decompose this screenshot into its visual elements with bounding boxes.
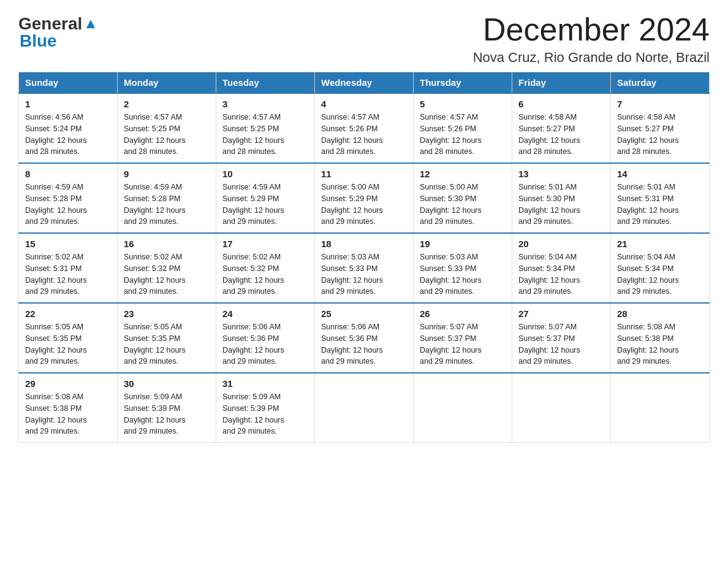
day-cell-31: 31Sunrise: 5:09 AMSunset: 5:39 PMDayligh… (216, 373, 315, 443)
day-info: Sunrise: 4:58 AMSunset: 5:27 PMDaylight:… (617, 112, 703, 158)
day-info: Sunrise: 4:59 AMSunset: 5:29 PMDaylight:… (222, 182, 308, 228)
day-cell-11: 11Sunrise: 5:00 AMSunset: 5:29 PMDayligh… (315, 163, 414, 233)
day-info: Sunrise: 5:06 AMSunset: 5:36 PMDaylight:… (321, 321, 407, 367)
day-number: 5 (420, 99, 506, 109)
day-info: Sunrise: 5:01 AMSunset: 5:31 PMDaylight:… (617, 182, 703, 228)
page-title: December 2024 (473, 12, 710, 47)
day-cell-24: 24Sunrise: 5:06 AMSunset: 5:36 PMDayligh… (216, 303, 315, 373)
day-number: 18 (321, 239, 407, 249)
day-number: 7 (617, 99, 703, 109)
day-number: 11 (321, 169, 407, 179)
day-cell-12: 12Sunrise: 5:00 AMSunset: 5:30 PMDayligh… (414, 163, 512, 233)
day-info: Sunrise: 5:00 AMSunset: 5:30 PMDaylight:… (420, 182, 506, 228)
day-number: 17 (222, 239, 308, 249)
page-header: General Blue December 2024 Nova Cruz, Ri… (18, 12, 710, 66)
day-cell-6: 6Sunrise: 4:58 AMSunset: 5:27 PMDaylight… (512, 93, 611, 163)
day-cell-7: 7Sunrise: 4:58 AMSunset: 5:27 PMDaylight… (611, 93, 710, 163)
weekday-header-saturday: Saturday (611, 72, 710, 94)
weekday-header-monday: Monday (118, 72, 216, 94)
day-number: 28 (617, 308, 703, 319)
day-info: Sunrise: 5:07 AMSunset: 5:37 PMDaylight:… (518, 321, 604, 367)
day-info: Sunrise: 4:57 AMSunset: 5:26 PMDaylight:… (420, 112, 506, 158)
day-info: Sunrise: 5:05 AMSunset: 5:35 PMDaylight:… (25, 321, 111, 367)
day-info: Sunrise: 5:01 AMSunset: 5:30 PMDaylight:… (518, 182, 604, 228)
day-number: 29 (25, 378, 111, 389)
day-cell-29: 29Sunrise: 5:08 AMSunset: 5:38 PMDayligh… (19, 373, 118, 443)
day-info: Sunrise: 5:03 AMSunset: 5:33 PMDaylight:… (420, 251, 506, 297)
weekday-header-thursday: Thursday (414, 72, 512, 94)
day-cell-30: 30Sunrise: 5:09 AMSunset: 5:39 PMDayligh… (118, 373, 216, 443)
day-info: Sunrise: 5:09 AMSunset: 5:39 PMDaylight:… (222, 391, 308, 437)
weekday-header-tuesday: Tuesday (216, 72, 315, 94)
day-cell-16: 16Sunrise: 5:02 AMSunset: 5:32 PMDayligh… (118, 233, 216, 303)
calendar-table: SundayMondayTuesdayWednesdayThursdayFrid… (18, 72, 710, 443)
day-cell-19: 19Sunrise: 5:03 AMSunset: 5:33 PMDayligh… (414, 233, 512, 303)
day-cell-8: 8Sunrise: 4:59 AMSunset: 5:28 PMDaylight… (19, 163, 118, 233)
day-number: 16 (124, 239, 210, 249)
svg-marker-0 (86, 20, 95, 28)
day-cell-28: 28Sunrise: 5:08 AMSunset: 5:38 PMDayligh… (611, 303, 710, 373)
day-info: Sunrise: 4:57 AMSunset: 5:25 PMDaylight:… (222, 112, 308, 158)
day-cell-3: 3Sunrise: 4:57 AMSunset: 5:25 PMDaylight… (216, 93, 315, 163)
day-number: 4 (321, 99, 407, 109)
day-number: 8 (25, 169, 111, 179)
day-info: Sunrise: 4:57 AMSunset: 5:25 PMDaylight:… (124, 112, 210, 158)
weekday-header-friday: Friday (512, 72, 611, 94)
day-number: 26 (420, 308, 506, 319)
calendar-week-row: 15Sunrise: 5:02 AMSunset: 5:31 PMDayligh… (19, 233, 710, 303)
empty-cell (512, 373, 611, 443)
day-info: Sunrise: 4:57 AMSunset: 5:26 PMDaylight:… (321, 112, 407, 158)
day-number: 9 (124, 169, 210, 179)
day-cell-13: 13Sunrise: 5:01 AMSunset: 5:30 PMDayligh… (512, 163, 611, 233)
day-info: Sunrise: 5:04 AMSunset: 5:34 PMDaylight:… (518, 251, 604, 297)
day-info: Sunrise: 5:09 AMSunset: 5:39 PMDaylight:… (124, 391, 210, 437)
day-cell-26: 26Sunrise: 5:07 AMSunset: 5:37 PMDayligh… (414, 303, 512, 373)
weekday-header-sunday: Sunday (19, 72, 118, 94)
day-cell-1: 1Sunrise: 4:56 AMSunset: 5:24 PMDaylight… (19, 93, 118, 163)
day-cell-20: 20Sunrise: 5:04 AMSunset: 5:34 PMDayligh… (512, 233, 611, 303)
day-info: Sunrise: 5:02 AMSunset: 5:32 PMDaylight:… (124, 251, 210, 297)
day-number: 3 (222, 99, 308, 109)
empty-cell (315, 373, 414, 443)
day-number: 31 (222, 378, 308, 389)
day-number: 1 (25, 99, 111, 109)
day-cell-15: 15Sunrise: 5:02 AMSunset: 5:31 PMDayligh… (19, 233, 118, 303)
day-number: 2 (124, 99, 210, 109)
day-number: 27 (518, 308, 604, 319)
day-cell-14: 14Sunrise: 5:01 AMSunset: 5:31 PMDayligh… (611, 163, 710, 233)
calendar-week-row: 29Sunrise: 5:08 AMSunset: 5:38 PMDayligh… (19, 373, 710, 443)
day-cell-4: 4Sunrise: 4:57 AMSunset: 5:26 PMDaylight… (315, 93, 414, 163)
day-number: 10 (222, 169, 308, 179)
empty-cell (414, 373, 512, 443)
day-cell-10: 10Sunrise: 4:59 AMSunset: 5:29 PMDayligh… (216, 163, 315, 233)
day-info: Sunrise: 5:00 AMSunset: 5:29 PMDaylight:… (321, 182, 407, 228)
empty-cell (611, 373, 710, 443)
calendar-week-row: 8Sunrise: 4:59 AMSunset: 5:28 PMDaylight… (19, 163, 710, 233)
day-cell-22: 22Sunrise: 5:05 AMSunset: 5:35 PMDayligh… (19, 303, 118, 373)
day-info: Sunrise: 5:08 AMSunset: 5:38 PMDaylight:… (25, 391, 111, 437)
day-number: 30 (124, 378, 210, 389)
day-info: Sunrise: 5:04 AMSunset: 5:34 PMDaylight:… (617, 251, 703, 297)
day-info: Sunrise: 5:03 AMSunset: 5:33 PMDaylight:… (321, 251, 407, 297)
calendar-week-row: 22Sunrise: 5:05 AMSunset: 5:35 PMDayligh… (19, 303, 710, 373)
day-number: 21 (617, 239, 703, 249)
day-number: 14 (617, 169, 703, 179)
logo-blue-text: Blue (20, 31, 57, 51)
day-info: Sunrise: 5:02 AMSunset: 5:31 PMDaylight:… (25, 251, 111, 297)
day-number: 15 (25, 239, 111, 249)
day-cell-9: 9Sunrise: 4:59 AMSunset: 5:28 PMDaylight… (118, 163, 216, 233)
day-info: Sunrise: 4:56 AMSunset: 5:24 PMDaylight:… (25, 112, 111, 158)
day-number: 24 (222, 308, 308, 319)
calendar-week-row: 1Sunrise: 4:56 AMSunset: 5:24 PMDaylight… (19, 93, 710, 163)
day-cell-17: 17Sunrise: 5:02 AMSunset: 5:32 PMDayligh… (216, 233, 315, 303)
logo-general-text: General (18, 15, 82, 33)
day-number: 20 (518, 239, 604, 249)
day-info: Sunrise: 4:59 AMSunset: 5:28 PMDaylight:… (124, 182, 210, 228)
logo-triangle-icon (84, 17, 97, 33)
day-number: 13 (518, 169, 604, 179)
page-subtitle: Nova Cruz, Rio Grande do Norte, Brazil (473, 50, 710, 66)
day-number: 19 (420, 239, 506, 249)
day-cell-18: 18Sunrise: 5:03 AMSunset: 5:33 PMDayligh… (315, 233, 414, 303)
weekday-header-wednesday: Wednesday (315, 72, 414, 94)
day-info: Sunrise: 5:05 AMSunset: 5:35 PMDaylight:… (124, 321, 210, 367)
